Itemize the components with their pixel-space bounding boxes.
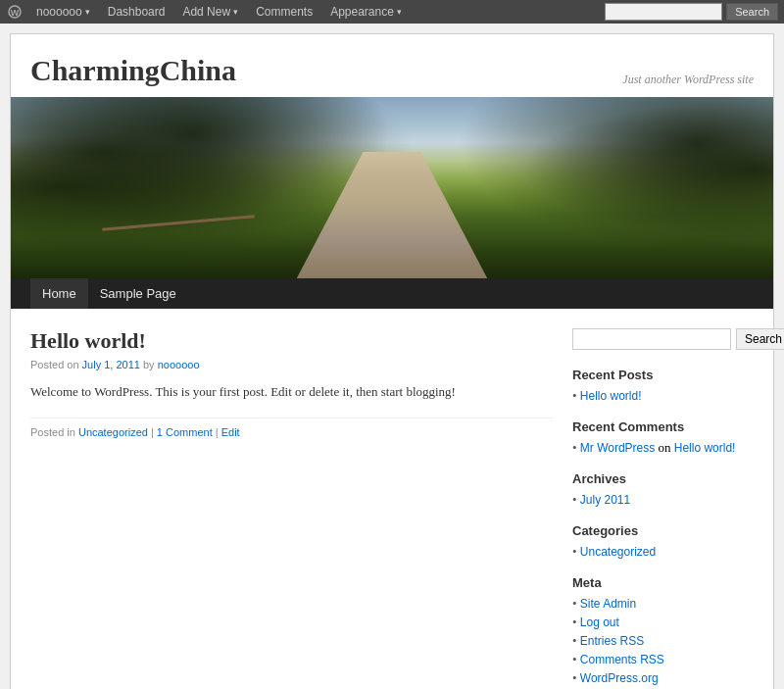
site-title: CharmingChina xyxy=(30,54,236,87)
svg-text:W: W xyxy=(11,8,20,18)
categories-title: Categories xyxy=(572,523,754,538)
site-header: CharmingChina Just another WordPress sit… xyxy=(11,34,773,97)
main-content: Hello world! Posted on July 1, 2011 by n… xyxy=(11,309,773,689)
wordpress-org-link[interactable]: WordPress.org xyxy=(580,671,659,685)
post: Hello world! Posted on July 1, 2011 by n… xyxy=(30,328,553,438)
recent-comments-title: Recent Comments xyxy=(572,419,754,434)
admin-search-input[interactable] xyxy=(605,3,722,21)
nav-item-sample-page[interactable]: Sample Page xyxy=(88,278,188,309)
sidebar-recent-comments: Recent Comments Mr WordPress on Hello wo… xyxy=(572,419,754,456)
header-image xyxy=(11,97,773,278)
wp-logo[interactable]: W xyxy=(6,3,24,21)
header-photo xyxy=(11,97,773,278)
list-item: Site Admin xyxy=(572,596,754,612)
post-title: Hello world! xyxy=(30,328,553,354)
log-out-link[interactable]: Log out xyxy=(580,615,619,629)
admin-item-comments[interactable]: Comments xyxy=(249,2,319,22)
admin-item-dashboard[interactable]: Dashboard xyxy=(101,2,172,22)
admin-item-add-new[interactable]: Add New ▾ xyxy=(175,2,245,22)
post-author-link[interactable]: noooooo xyxy=(158,359,200,370)
list-item: WordPress.org xyxy=(572,670,754,686)
post-category-link[interactable]: Uncategorized xyxy=(78,426,148,438)
list-item: Uncategorized xyxy=(572,544,754,560)
sidebar-search-button[interactable]: Search xyxy=(736,328,784,350)
entries-rss-link[interactable]: Entries RSS xyxy=(580,634,644,648)
meta-list: Site Admin Log out Entries RSS Comments … xyxy=(572,596,754,686)
admin-bar: W noooooo ▾ Dashboard Add New ▾ Comments… xyxy=(0,0,784,24)
comments-rss-link[interactable]: Comments RSS xyxy=(580,653,664,666)
chevron-down-icon: ▾ xyxy=(397,7,402,17)
meta-title: Meta xyxy=(572,575,754,590)
site-navigation: Home Sample Page xyxy=(11,278,773,309)
commenter-link[interactable]: Mr WordPress xyxy=(580,441,655,455)
admin-item-username[interactable]: noooooo ▾ xyxy=(29,2,97,22)
post-comment-link[interactable]: 1 Comment xyxy=(157,426,213,438)
category-link[interactable]: Uncategorized xyxy=(580,545,656,559)
recent-comments-list: Mr WordPress on Hello world! xyxy=(572,440,754,456)
list-item: Entries RSS xyxy=(572,633,754,649)
recent-posts-title: Recent Posts xyxy=(572,368,754,382)
recent-post-link[interactable]: Hello world! xyxy=(580,389,642,403)
archives-title: Archives xyxy=(572,471,754,486)
post-content: Welcome to WordPress. This is your first… xyxy=(30,382,553,403)
admin-item-appearance[interactable]: Appearance ▾ xyxy=(323,2,409,22)
archive-link[interactable]: July 2011 xyxy=(580,493,630,507)
nav-item-home[interactable]: Home xyxy=(30,278,88,309)
list-item: Mr WordPress on Hello world! xyxy=(572,440,754,456)
list-item: July 2011 xyxy=(572,492,754,508)
sidebar-recent-posts: Recent Posts Hello world! xyxy=(572,368,754,404)
comment-post-link[interactable]: Hello world! xyxy=(674,441,736,455)
content-area: Hello world! Posted on July 1, 2011 by n… xyxy=(30,328,553,689)
sidebar-meta: Meta Site Admin Log out Entries RSS Comm… xyxy=(572,575,754,686)
post-date-link[interactable]: July 1, 2011 xyxy=(82,359,140,370)
categories-list: Uncategorized xyxy=(572,544,754,560)
list-item: Hello world! xyxy=(572,388,754,404)
recent-posts-list: Hello world! xyxy=(572,388,754,404)
sidebar-search-input[interactable] xyxy=(572,328,731,350)
chevron-down-icon: ▾ xyxy=(233,7,238,17)
post-meta: Posted on July 1, 2011 by noooooo xyxy=(30,359,553,370)
sidebar: Search Recent Posts Hello world! Recent … xyxy=(572,328,754,689)
archives-list: July 2011 xyxy=(572,492,754,508)
site-wrapper: CharmingChina Just another WordPress sit… xyxy=(10,33,774,689)
list-item: Log out xyxy=(572,615,754,630)
sidebar-archives: Archives July 2011 xyxy=(572,471,754,508)
sidebar-categories: Categories Uncategorized xyxy=(572,523,754,560)
post-edit-link[interactable]: Edit xyxy=(221,426,240,438)
admin-search-area: Search xyxy=(605,3,778,21)
list-item: Comments RSS xyxy=(572,652,754,667)
chevron-down-icon: ▾ xyxy=(85,7,90,17)
sidebar-search: Search xyxy=(572,328,754,350)
admin-search-button[interactable]: Search xyxy=(726,3,778,21)
site-tagline: Just another WordPress site xyxy=(622,73,754,87)
site-admin-link[interactable]: Site Admin xyxy=(580,597,636,611)
post-footer: Posted in Uncategorized | 1 Comment | Ed… xyxy=(30,418,553,438)
